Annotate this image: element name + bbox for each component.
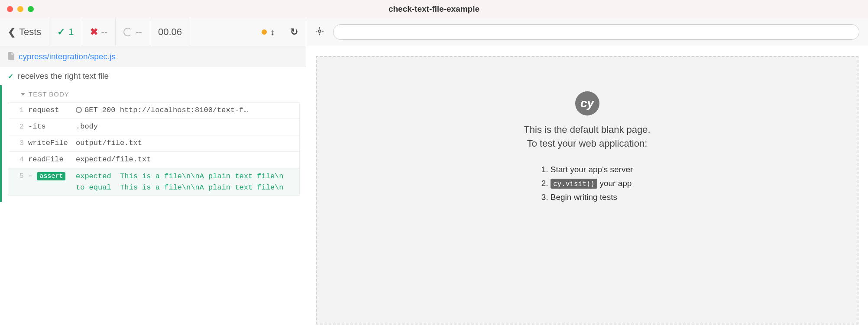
fail-count-section: ✖ -- [82,18,116,46]
window-title: check-text-file-example [389,4,479,14]
step-2: cy.visit() your app [541,179,633,188]
command-row[interactable]: 4 readFile expected/file.txt [8,152,299,168]
reporter-panel: ❮ Tests ✓ 1 ✖ -- -- 00.06 [0,18,306,334]
pending-count-section: -- [116,18,150,46]
step-1: Start your app's server [541,165,633,174]
pass-count-section: ✓ 1 [49,18,82,46]
reload-button[interactable]: ↻ [282,18,306,46]
test-title-row[interactable]: ✓ receives the right text file [0,67,306,85]
line-number: 1 [12,105,24,114]
reload-icon: ↻ [290,26,298,38]
selector-playground-button[interactable] [315,26,324,38]
spec-path: cypress/integration/spec.js [19,52,116,61]
pending-count: -- [136,26,142,38]
command-row[interactable]: 2 -its .body [8,119,299,135]
aut-viewport: cy This is the default blank page. To te… [306,46,868,334]
tests-label: Tests [19,26,41,38]
url-input[interactable] [333,24,859,40]
dot-icon [262,29,267,35]
url-bar [306,18,868,46]
command-name: writeFile [28,138,76,147]
command-name: readFile [28,154,76,164]
command-row[interactable]: 3 writeFile output/file.txt [8,135,299,152]
blank-page: cy This is the default blank page. To te… [316,56,858,324]
check-icon: ✓ [8,72,13,80]
test-name: receives the right text file [18,71,109,81]
time-section: 00.06 [150,18,190,46]
test-body: TEST BODY 1 request GET 200 http://local… [0,85,306,202]
command-detail: .body [76,122,296,131]
check-icon: ✓ [57,26,65,38]
chevron-left-icon: ❮ [8,26,16,38]
aut-panel: cy This is the default blank page. To te… [306,18,868,334]
command-list: 1 request GET 200 http://localhost:8100/… [8,102,300,196]
titlebar: check-text-file-example [0,0,868,18]
caret-down-icon [21,93,25,96]
command-name: -its [28,122,76,131]
command-row[interactable]: 1 request GET 200 http://localhost:8100/… [8,103,299,119]
spinner-icon [123,28,132,36]
line-number: 3 [12,138,24,147]
command-detail: output/file.txt [76,138,296,147]
close-window-button[interactable] [7,6,13,12]
assert-detail: expected This is a file\n\nA plain text … [76,171,296,193]
command-detail: expected/file.txt [76,154,296,164]
pass-count: 1 [68,26,74,38]
maximize-window-button[interactable] [28,6,34,12]
line-number: 2 [12,122,24,131]
svg-point-0 [318,30,321,32]
command-name: - assert [28,171,76,180]
step-3: Begin writing tests [541,193,633,202]
reporter-toolbar: ❮ Tests ✓ 1 ✖ -- -- 00.06 [0,18,306,46]
viewport-indicator[interactable]: ↕ [254,18,282,46]
circle-icon [76,107,82,113]
line-number: 4 [12,154,24,164]
blank-line-1: This is the default blank page. [524,124,650,135]
test-body-header[interactable]: TEST BODY [8,85,300,102]
blank-line-2: To test your web application: [527,138,648,149]
x-icon: ✖ [90,26,98,38]
test-body-label: TEST BODY [29,90,69,98]
code-snippet: cy.visit() [551,179,597,189]
fail-count: -- [101,26,108,38]
tests-back-button[interactable]: ❮ Tests [0,18,49,46]
file-icon [8,52,14,61]
assert-row[interactable]: 5 - assert expected This is a file\n\nA … [8,168,299,196]
command-name: request [28,105,76,114]
line-number: 5 [12,171,24,180]
cypress-logo-icon: cy [575,91,599,116]
minimize-window-button[interactable] [17,6,23,12]
steps-list: Start your app's server cy.visit() your … [541,165,633,206]
command-detail: GET 200 http://localhost:8100/text-f… [76,105,296,114]
assert-badge: assert [37,172,65,180]
spec-file-row[interactable]: cypress/integration/spec.js [0,46,306,67]
resize-vertical-icon: ↕ [270,27,275,37]
duration: 00.06 [158,26,182,38]
